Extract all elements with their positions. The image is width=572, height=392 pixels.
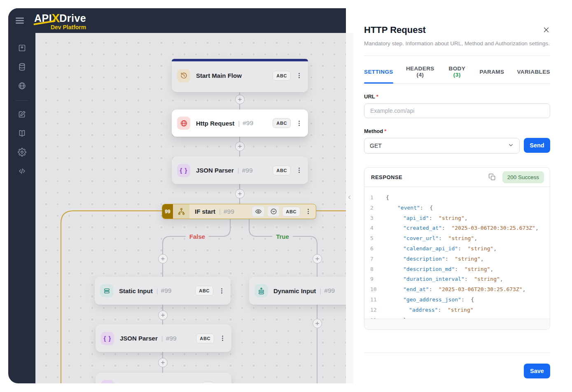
sidebar [8,8,35,383]
eye-icon[interactable] [252,206,265,217]
add-step-button[interactable] [313,319,322,328]
node-number: #99 [242,167,253,174]
tab-params[interactable]: PARAMS [479,61,504,83]
kebab-menu-icon[interactable] [295,119,303,127]
tab-headers[interactable]: HEADERS (4) [406,61,434,83]
chevron-down-icon [508,142,514,149]
abc-badge[interactable]: ABC [273,71,291,81]
panel-title: HTTP Request [364,25,426,35]
node-json-parser-1[interactable]: { } JSON Parser | #99 ABC [172,156,308,184]
sidebar-item-import[interactable] [14,40,30,57]
code-line: 9"duration_interval": "string", [370,274,550,285]
sidebar-item-compose[interactable] [14,107,30,123]
kebab-menu-icon[interactable] [295,166,303,175]
menu-icon[interactable] [14,15,25,26]
separator: | [219,208,221,215]
node-start-main-flow[interactable]: Start Main Flow ABC [172,59,308,92]
abc-badge[interactable]: ABC [273,166,291,175]
divider [364,352,550,353]
separator: | [156,287,158,294]
chevron-circle-icon[interactable] [267,206,280,217]
add-step-button[interactable] [235,189,245,198]
rows-icon [100,284,113,297]
response-footer [364,319,550,329]
code-line: 7"description": "string", [370,254,550,264]
node-dynamic-input[interactable]: Dynamic Input | #99 ABC [249,277,346,305]
kebab-menu-icon[interactable] [219,334,226,343]
app-window: APIXDrive Dev Platform False True [8,8,564,383]
abc-badge[interactable] [202,382,214,384]
required-mark: * [376,93,378,100]
rows-plus-icon [254,284,268,297]
compose-icon [18,110,26,120]
node-title: Http Request [196,120,234,127]
topbar: APIXDrive Dev Platform [8,8,346,33]
collapse-panel-icon[interactable] [347,194,353,200]
tab-variables[interactable]: VARIABLES [517,61,550,83]
abc-badge[interactable]: ABC [282,207,300,217]
method-value: GET [370,142,382,149]
copy-icon[interactable] [488,173,497,182]
node-json-parser-2[interactable]: { } JSON Parser | #99 ABC [96,324,231,352]
sidebar-item-settings[interactable] [14,145,30,161]
add-step-button[interactable] [235,95,245,104]
save-button[interactable]: Save [524,364,550,378]
add-step-button[interactable] [313,254,322,264]
node-number: #99 [166,335,177,342]
abc-badge[interactable]: ABC [196,334,214,343]
tab-body[interactable]: BODY (3) [447,61,467,83]
database-icon [18,63,26,72]
history-icon [177,69,190,82]
send-button[interactable]: Send [524,138,550,153]
page: APIXDrive Dev Platform False True [0,0,572,392]
abc-badge[interactable]: ABC [273,118,291,128]
required-mark: * [384,128,386,134]
url-label: URL* [364,93,550,100]
code-line: 6"calendar_api_id": "string", [370,244,550,254]
node-title: Dynamic Input [273,287,316,294]
tab-bar: SETTINGS HEADERS (4) BODY (3) PARAMS VAR… [364,61,550,84]
node-if-start[interactable]: 99 IF start | #99 ABC [162,204,316,219]
flow-canvas[interactable]: False True Start Main Flow ABC Http Requ… [35,33,346,383]
method-select[interactable]: GET [364,138,520,154]
globe-icon [177,117,190,130]
node-number: #99 [243,119,253,127]
sidebar-item-code[interactable] [14,163,30,180]
kebab-menu-icon[interactable] [218,287,225,295]
node-static-input[interactable]: Static Input | #99 ABC [95,277,231,305]
close-icon[interactable] [542,26,550,35]
code-line: 8"description_md": "string", [370,264,550,275]
response-code: 1{2"event": {3"api_id": "string",4"creat… [364,187,550,325]
node-http-request[interactable]: Http Request | #99 ABC [172,110,308,137]
globe-icon [18,82,26,91]
tab-settings[interactable]: SETTINGS [364,61,393,83]
kebab-menu-icon[interactable] [219,383,226,384]
url-input[interactable] [364,103,550,118]
node-title: Static Input [119,287,153,294]
settings-icon [18,148,26,158]
branch-icon [173,204,189,219]
separator: | [320,287,321,294]
abc-badge[interactable]: ABC [195,286,213,296]
code-icon [18,167,26,177]
kebab-menu-icon[interactable] [295,72,303,80]
braces-icon: { } [177,164,190,177]
sidebar-divider [16,100,28,101]
code-line: 10"end_at": "2025-03-06T20:30:25.673Z", [370,285,550,295]
code-line: 2"event": { [370,203,550,213]
sidebar-item-globe[interactable] [14,78,30,95]
separator: | [161,335,163,342]
sidebar-item-book[interactable] [14,126,30,142]
add-step-button[interactable] [158,358,168,367]
code-line: 5"cover_url": "string", [370,233,550,244]
logo-subtitle: Dev Platform [34,24,86,30]
kebab-menu-icon[interactable] [304,208,312,216]
node-title: IF start [195,208,215,215]
app-logo: APIXDrive Dev Platform [34,11,86,30]
sidebar-item-database[interactable] [14,59,30,76]
add-step-button[interactable] [158,254,168,264]
add-step-button[interactable] [158,310,168,320]
add-step-button[interactable] [235,142,245,151]
code-line: 1{ [370,193,550,203]
node-partial[interactable]: { } [96,373,231,383]
